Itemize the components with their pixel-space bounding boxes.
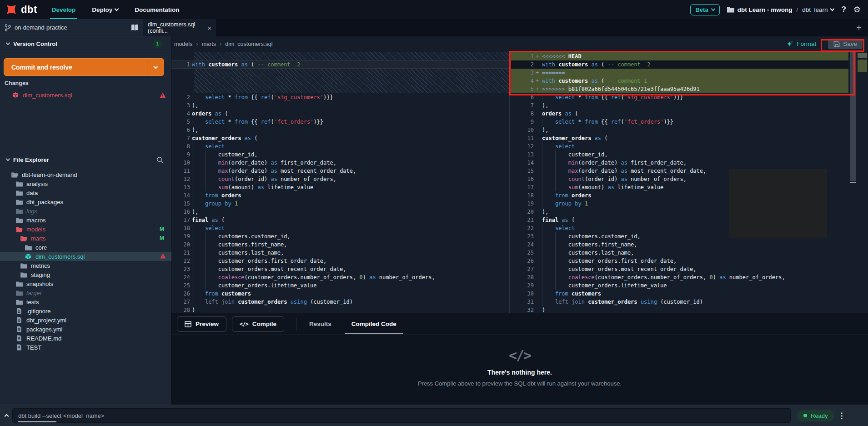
nav-documentation[interactable]: Documentation bbox=[126, 0, 187, 19]
tree-item-test[interactable]: TEST bbox=[0, 343, 171, 352]
code-line[interactable]: 31 left join customer_orders using (cust… bbox=[511, 298, 848, 306]
code-line[interactable]: 27 customer_orders.most_recent_order_dat… bbox=[511, 265, 848, 273]
code-line[interactable]: 18 select bbox=[171, 224, 509, 232]
code-line[interactable]: 12 count(order_id) as number_of_orders, bbox=[171, 175, 509, 183]
code-line[interactable]: 4orders as ( bbox=[171, 110, 509, 118]
tree-item-dim-customers-sql[interactable]: dim_customers.sql bbox=[0, 252, 171, 261]
tree-item-metrics[interactable]: metrics bbox=[0, 261, 171, 270]
code-line[interactable]: 11customer_orders as ( bbox=[511, 134, 848, 142]
gear-icon[interactable]: ⚙ bbox=[853, 5, 861, 15]
tree-item-staging[interactable]: staging bbox=[0, 270, 171, 279]
nav-develop[interactable]: Develop bbox=[44, 0, 84, 19]
code-line[interactable]: 24 customers.first_name, bbox=[511, 241, 848, 249]
code-line[interactable]: 3+======= bbox=[511, 69, 848, 77]
code-line[interactable]: 28 coalesce(customer_orders.number_of_or… bbox=[511, 273, 848, 281]
diff-pane-current[interactable]: 1with customers as ( -- comment 22 selec… bbox=[171, 51, 510, 313]
changed-file-row[interactable]: dim_customers.sql bbox=[0, 90, 171, 100]
file-explorer-header[interactable]: File Explorer bbox=[0, 152, 171, 167]
command-input[interactable] bbox=[12, 408, 791, 423]
tab-results[interactable]: Results bbox=[309, 313, 331, 335]
tab-dim-customers[interactable]: dim_customers.sql (confli... × bbox=[143, 19, 216, 36]
code-line[interactable]: 21 customers.last_name, bbox=[171, 249, 509, 257]
code-line[interactable]: 1+<<<<<<< HEAD bbox=[511, 52, 848, 60]
tab-compiled-code[interactable]: Compiled Code bbox=[351, 313, 396, 335]
breadcrumb-marts[interactable]: marts bbox=[202, 41, 216, 47]
code-line[interactable]: 9 select * from {{ ref('fct_orders')}} bbox=[511, 118, 848, 126]
code-line[interactable]: 20 customers.first_name, bbox=[171, 241, 509, 249]
breadcrumb-models[interactable]: models bbox=[174, 41, 192, 47]
save-button[interactable]: Save bbox=[828, 39, 863, 49]
beta-dropdown[interactable]: Beta bbox=[690, 4, 719, 15]
tree-item-dbt-project-yml[interactable]: dbt_project.yml bbox=[0, 316, 171, 325]
tree-item--gitignore[interactable]: .gitignore bbox=[0, 306, 171, 316]
code-line[interactable]: 10 min(order_date) as first_order_date, bbox=[171, 159, 509, 167]
code-line[interactable]: 23 customer_orders.most_recent_order_dat… bbox=[171, 265, 509, 273]
git-branch-widget[interactable]: on-demand-practice bbox=[0, 19, 143, 36]
commit-and-resolve-button[interactable]: Commit and resolve bbox=[4, 58, 164, 76]
code-line[interactable]: 16), bbox=[171, 208, 509, 216]
code-line[interactable]: 2with customers as ( -- comment 2 bbox=[511, 60, 848, 69]
code-line[interactable]: 5 select * from {{ ref('fct_orders')}} bbox=[171, 118, 509, 126]
format-button[interactable]: Format bbox=[787, 40, 816, 47]
commit-dropdown-toggle[interactable] bbox=[147, 66, 164, 68]
help-icon[interactable]: ? bbox=[841, 5, 846, 14]
command-input-scrollbar[interactable] bbox=[18, 421, 56, 422]
code-line[interactable]: 29 customer_orders.lifetime_value bbox=[511, 281, 848, 290]
minimap[interactable] bbox=[858, 51, 868, 313]
code-line[interactable]: 7customer_orders as ( bbox=[171, 134, 509, 142]
code-line[interactable]: 25 customer_orders.lifetime_value bbox=[171, 281, 509, 290]
code-line[interactable]: 26 from customers bbox=[171, 290, 509, 298]
compile-button[interactable]: </> Compile bbox=[232, 316, 284, 332]
code-line[interactable]: 14 from orders bbox=[171, 191, 509, 200]
account-project-switcher[interactable]: dbt Learn - mwong / dbt_learn bbox=[727, 6, 834, 13]
code-line[interactable]: 26 customer_orders.first_order_date, bbox=[511, 257, 848, 265]
nav-deploy[interactable]: Deploy bbox=[84, 0, 126, 19]
code-line[interactable]: 6 select * from {{ ref('stg_customers')}… bbox=[511, 93, 848, 101]
scrollbar-thumb[interactable] bbox=[850, 52, 856, 181]
code-line[interactable]: 22 customer_orders.first_order_date, bbox=[171, 257, 509, 265]
code-line[interactable]: 5+>>>>>>> b81f802a66fd544504c65721e3ffaa… bbox=[511, 85, 848, 93]
tree-item-models[interactable]: modelsM bbox=[0, 225, 171, 234]
docs-book-icon[interactable] bbox=[131, 24, 139, 31]
code-line[interactable]: 6), bbox=[171, 126, 509, 134]
preview-button[interactable]: Preview bbox=[177, 316, 226, 332]
code-line[interactable]: 2 select * from {{ ref('stg_customers')}… bbox=[171, 93, 509, 101]
code-line[interactable]: 28) bbox=[171, 306, 509, 313]
diff-filler-row[interactable] bbox=[171, 69, 509, 77]
kebab-menu-icon[interactable]: ⋮ bbox=[834, 411, 850, 421]
search-icon[interactable] bbox=[156, 156, 163, 163]
tree-item-macros[interactable]: macros bbox=[0, 216, 171, 225]
code-line[interactable]: 27 left join customer_orders using (cust… bbox=[171, 298, 509, 306]
code-line[interactable]: 8orders as ( bbox=[511, 110, 848, 118]
version-control-header[interactable]: Version Control 1 bbox=[0, 36, 171, 51]
diff-filler-row[interactable] bbox=[171, 85, 509, 93]
code-line[interactable]: 10), bbox=[511, 126, 848, 134]
code-line[interactable]: 15 group by 1 bbox=[171, 200, 509, 208]
diff-filler-row[interactable] bbox=[171, 52, 509, 60]
tree-item-target[interactable]: target bbox=[0, 288, 171, 297]
code-line[interactable]: 17final as ( bbox=[171, 216, 509, 224]
tree-item-marts[interactable]: martsM bbox=[0, 234, 171, 243]
code-line[interactable]: 30 from customers bbox=[511, 290, 848, 298]
code-line[interactable]: 32) bbox=[511, 306, 848, 313]
tree-item-readme-md[interactable]: README.md bbox=[0, 334, 171, 343]
tree-item-dbt-learn-on-demand[interactable]: dbt-learn-on-demand bbox=[0, 170, 171, 179]
diff-filler-row[interactable] bbox=[171, 77, 509, 85]
code-line[interactable]: 13 customer_id, bbox=[511, 150, 848, 159]
collapse-command-bar-button[interactable] bbox=[0, 411, 12, 420]
status-badge[interactable]: Ready bbox=[797, 410, 834, 421]
tree-item-packages-yml[interactable]: packages.yml bbox=[0, 325, 171, 334]
code-line[interactable]: 13 sum(amount) as lifetime_value bbox=[171, 183, 509, 191]
code-line[interactable]: 19 customers.customer_id, bbox=[171, 232, 509, 241]
code-line[interactable]: 25 customers.last_name, bbox=[511, 249, 848, 257]
tree-item-logs[interactable]: logs bbox=[0, 206, 171, 216]
code-line[interactable]: 8 select bbox=[171, 142, 509, 150]
code-line[interactable]: 24 coalesce(customer_orders.number_of_or… bbox=[171, 273, 509, 281]
tree-item-analysis[interactable]: analysis bbox=[0, 179, 171, 188]
code-line[interactable]: 11 max(order_date) as most_recent_order_… bbox=[171, 167, 509, 175]
breadcrumb-file[interactable]: dim_customers.sql bbox=[225, 41, 272, 47]
tree-item-tests[interactable]: tests bbox=[0, 297, 171, 306]
tree-item-data[interactable]: data bbox=[0, 188, 171, 197]
code-line[interactable]: 1with customers as ( -- comment 2 bbox=[171, 60, 509, 69]
new-tab-button[interactable]: + bbox=[850, 23, 868, 33]
